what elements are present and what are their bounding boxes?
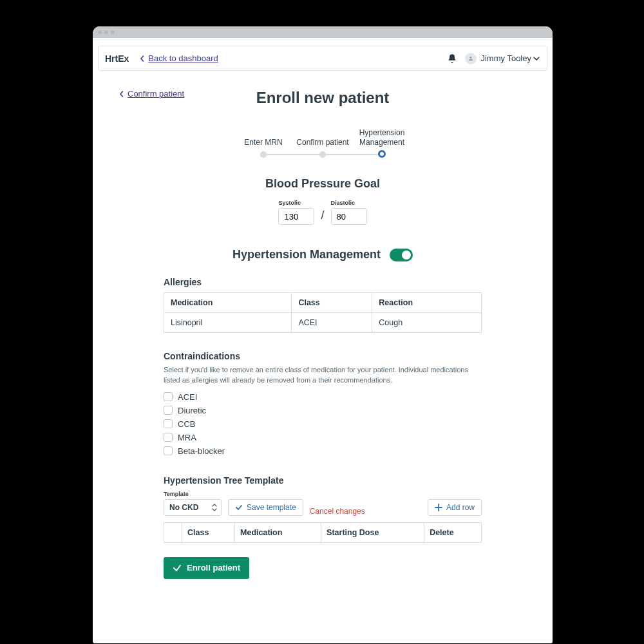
bp-slash: / [321, 209, 324, 225]
cell-medication: Lisinopril [164, 313, 292, 333]
check-icon [235, 504, 243, 511]
col-medication: Medication [235, 522, 321, 542]
checkbox [164, 419, 173, 428]
back-to-dashboard-link[interactable]: Back to dashboard [139, 53, 218, 63]
window-titlebar [93, 26, 553, 38]
top-nav: HrtEx Back to dashboard Jimmy Tooley [98, 46, 547, 71]
bell-icon [447, 53, 457, 64]
chevron-left-icon [139, 55, 146, 62]
add-row-label: Add row [446, 503, 475, 512]
checkbox [164, 446, 173, 455]
stepper: Enter MRN Confirm patient Hypertension M… [118, 128, 527, 158]
contra-checklist: ACEI Diuretic CCB MRA Beta-blocker [164, 392, 482, 456]
chevron-down-icon [533, 55, 540, 62]
col-starting-dose: Starting Dose [321, 522, 424, 542]
tree-template-table: Class Medication Starting Dose Delete [164, 522, 482, 543]
add-row-button[interactable]: Add row [428, 499, 482, 516]
col-medication: Medication [164, 293, 292, 313]
chevron-left-icon [118, 91, 125, 97]
htn-toggle[interactable] [390, 249, 413, 261]
step-dot [260, 151, 267, 158]
template-select-label: Template [164, 491, 222, 497]
user-avatar[interactable] [465, 53, 477, 64]
blood-pressure-section: Blood Pressure Goal Systolic / Diastolic [164, 177, 482, 225]
checkbox-label: Diuretic [178, 406, 206, 415]
allergies-table: Medication Class Reaction Lisinopril ACE… [164, 292, 482, 333]
col-delete: Delete [424, 522, 482, 542]
diastolic-field: Diastolic [331, 200, 367, 225]
check-icon [173, 564, 182, 573]
cancel-changes-link[interactable]: Cancel changes [310, 507, 365, 516]
checkbox-label: MRA [178, 433, 196, 442]
systolic-input[interactable] [278, 208, 314, 225]
checkbox [164, 392, 173, 401]
checkbox [164, 406, 173, 415]
traffic-light-dot [98, 30, 102, 34]
diastolic-input[interactable] [331, 208, 367, 225]
table-row: Lisinopril ACEI Cough [164, 313, 482, 333]
htn-heading: Hypertension Management [232, 248, 381, 261]
enroll-patient-label: Enroll patient [187, 563, 240, 573]
table-header-row: Class Medication Starting Dose Delete [164, 522, 482, 542]
select-updown-icon [212, 504, 217, 511]
step-label: Enter MRN [244, 138, 282, 147]
diastolic-label: Diastolic [331, 200, 367, 206]
toggle-knob [402, 251, 411, 260]
back-link-label: Back to dashboard [148, 53, 218, 63]
col-class: Class [182, 522, 235, 542]
systolic-field: Systolic [278, 200, 314, 225]
contra-help-text: Select if you'd like to remove an entire… [164, 365, 482, 386]
breadcrumb-label: Confirm patient [128, 89, 184, 99]
contra-option-mra[interactable]: MRA [164, 433, 482, 442]
contra-option-diuretic[interactable]: Diuretic [164, 406, 482, 415]
cell-class: ACEI [292, 313, 372, 333]
template-select[interactable]: No CKD [164, 499, 222, 516]
save-template-label: Save template [247, 503, 296, 512]
step-dot [378, 150, 386, 158]
step-label: Confirm patient [296, 138, 348, 147]
save-template-button[interactable]: Save template [228, 499, 303, 516]
col-handle [164, 522, 182, 542]
user-name: Jimmy Tooley [480, 53, 531, 63]
step-label: Hypertension Management [352, 128, 412, 147]
traffic-light-dot [104, 30, 108, 34]
cell-reaction: Cough [372, 313, 482, 333]
checkbox-label: ACEI [178, 392, 197, 402]
cancel-changes-label: Cancel changes [310, 507, 365, 516]
allergies-heading: Allergies [164, 277, 482, 287]
contra-option-beta-blocker[interactable]: Beta-blocker [164, 446, 482, 456]
bp-heading: Blood Pressure Goal [164, 177, 482, 191]
template-select-wrap: Template No CKD [164, 491, 222, 516]
template-heading: Hypertension Tree Template [164, 475, 482, 486]
contraindications-section: Contraindications Select if you'd like t… [164, 351, 482, 456]
user-menu-toggle[interactable] [533, 55, 540, 62]
tree-template-section: Hypertension Tree Template Template No C… [164, 475, 482, 579]
checkbox-label: CCB [178, 419, 195, 429]
allergies-section: Allergies Medication Class Reaction Lisi… [164, 277, 482, 333]
htn-management-header: Hypertension Management [118, 248, 527, 261]
contra-option-ccb[interactable]: CCB [164, 419, 482, 429]
app-window: HrtEx Back to dashboard Jimmy Tooley Con… [93, 26, 553, 643]
notifications-button[interactable] [447, 53, 457, 64]
col-class: Class [292, 293, 372, 313]
breadcrumb-back-link[interactable]: Confirm patient [118, 89, 184, 99]
enroll-patient-button[interactable]: Enroll patient [164, 557, 249, 579]
page-title: Enroll new patient [256, 89, 390, 107]
table-header-row: Medication Class Reaction [164, 293, 482, 313]
contra-option-acei[interactable]: ACEI [164, 392, 482, 402]
systolic-label: Systolic [278, 200, 314, 206]
template-select-value: No CKD [169, 503, 198, 512]
brand-logo: HrtEx [105, 53, 129, 64]
plus-icon [435, 504, 442, 511]
step-dot [319, 151, 326, 158]
checkbox-label: Beta-blocker [178, 446, 225, 456]
col-reaction: Reaction [372, 293, 482, 313]
contra-heading: Contraindications [164, 351, 482, 361]
person-icon [468, 55, 474, 62]
page-content: Confirm patient Enroll new patient Enter… [93, 71, 553, 579]
checkbox [164, 433, 173, 442]
traffic-light-dot [111, 30, 115, 34]
